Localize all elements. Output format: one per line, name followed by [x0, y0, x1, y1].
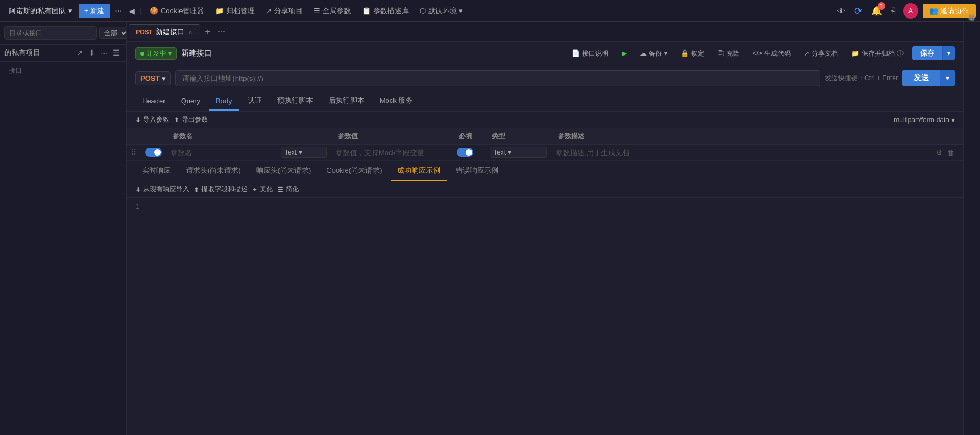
sync-button[interactable]: ⟳	[852, 3, 864, 19]
savearchive-label: 保存并归档	[862, 49, 895, 58]
subtab-post-script-label: 后执行脚本	[329, 96, 364, 104]
new-button[interactable]: + 新建	[79, 4, 110, 18]
my-projects-label: 的私有项目	[4, 48, 73, 58]
type-a-select[interactable]: Text ▾	[281, 147, 327, 158]
sidebar-search-input[interactable]	[4, 26, 97, 40]
team-name-btn[interactable]: 阿诺斯的私有团队 ▾	[4, 4, 76, 18]
savearchive-info-icon: ⓘ	[897, 49, 904, 58]
nav-param-library[interactable]: 📋 参数描述库	[358, 4, 413, 18]
th-required: 必填	[452, 128, 485, 145]
import-from-response-button[interactable]: ⬇ 从现有响应导入	[135, 185, 189, 194]
invite-icon: 👥	[929, 7, 938, 15]
subtab-query-label: Query	[181, 97, 200, 105]
send-caret-button[interactable]: ▾	[940, 70, 955, 86]
nav-share-project[interactable]: ↗ 分享项目	[261, 4, 307, 18]
sidebar-filter-select[interactable]: 全部	[99, 27, 129, 39]
row-actions-cell: ⚙ 🗑	[930, 145, 963, 161]
export-icon: ⬆	[174, 116, 179, 124]
avatar-button[interactable]: A	[903, 3, 918, 19]
export-params-button[interactable]: ⬆ 导出参数	[174, 115, 208, 124]
nav-env-label: 默认环境	[428, 6, 457, 16]
drag-icon[interactable]: ⠿	[131, 148, 136, 157]
row-delete-button[interactable]: 🗑	[946, 147, 955, 158]
gencode-button[interactable]: </> 生成代码	[748, 47, 795, 60]
tab-more-button[interactable]: ···	[215, 26, 228, 38]
response-area: 实时响应 请求头(尚未请求) 响应头(尚未请求) Cookie(尚未请求) 成功…	[127, 161, 963, 253]
subtab-pre-script[interactable]: 预执行脚本	[271, 91, 320, 111]
url-input[interactable]	[175, 70, 820, 86]
backup-button[interactable]: ☁ 备份 ▾	[636, 47, 672, 60]
table-row: ⠿ Text ▾	[127, 145, 963, 161]
th-name: 参数名	[166, 128, 276, 145]
nav-cookie-manager[interactable]: 🍪 Cookie管理器	[145, 4, 209, 18]
clone-button[interactable]: ⿻ 克隆	[713, 47, 744, 60]
sidebar: 全部 ⚙ 的私有项目 ↗ ⬇ ··· ☰ 接口	[0, 22, 127, 435]
params-table: 参数名 参数值 必填 类型 参数描述	[127, 128, 963, 161]
save-caret-button[interactable]: ▾	[942, 46, 955, 60]
nav-global-params[interactable]: ☰ 全局参数	[309, 4, 355, 18]
sharedoc-button[interactable]: ↗ 分享文档	[800, 47, 842, 60]
more-button[interactable]: ···	[112, 4, 124, 18]
status-badge[interactable]: 开发中 ▾	[135, 47, 177, 60]
sidebar-list-button[interactable]: ☰	[111, 47, 122, 59]
subtab-body[interactable]: Body	[209, 92, 239, 111]
response-tab-cookie[interactable]: Cookie(尚未请求)	[320, 161, 388, 181]
save-archive-button[interactable]: 📁 保存并归档 ⓘ	[847, 47, 908, 60]
response-tab-success-example[interactable]: 成功响应示例	[391, 161, 447, 181]
type-b-select[interactable]: Text ▾	[490, 147, 547, 158]
run-button[interactable]: ▶	[617, 48, 631, 59]
row-enabled-toggle[interactable]	[145, 148, 162, 157]
param-desc-input[interactable]	[556, 148, 926, 157]
response-tab-realtime[interactable]: 实时响应	[135, 161, 177, 181]
response-tab-request-headers[interactable]: 请求头(尚未请求)	[179, 161, 248, 181]
send-label: 发送	[913, 73, 929, 82]
sidebar-share-button[interactable]: ↗	[75, 47, 85, 59]
type-b-caret-icon: ▾	[508, 148, 511, 156]
param-value-input[interactable]	[336, 148, 448, 157]
subtab-body-label: Body	[216, 97, 232, 105]
simplify-button[interactable]: ☰ 简化	[277, 185, 299, 194]
row-settings-button[interactable]: ⚙	[935, 147, 944, 158]
subtab-header[interactable]: Header	[135, 92, 172, 111]
param-name-input[interactable]	[171, 148, 272, 157]
subtab-auth[interactable]: 认证	[241, 91, 269, 111]
subtab-mock[interactable]: Mock 服务	[373, 91, 420, 111]
status-dot	[140, 52, 144, 56]
tab-add-button[interactable]: +	[201, 26, 213, 38]
interface-name-label: 新建接口	[181, 48, 212, 58]
interface-doc-button[interactable]: 📄 接口说明	[567, 47, 613, 60]
beautify-icon: ✦	[252, 186, 258, 194]
prev-button[interactable]: ◀	[127, 4, 137, 18]
lock-button[interactable]: 🔒 锁定	[676, 47, 709, 60]
beautify-button[interactable]: ✦ 美化	[252, 185, 273, 194]
form-type-caret-icon: ▾	[951, 116, 955, 124]
tab-new-interface[interactable]: POST 新建接口 ×	[129, 24, 200, 39]
import-icon: ⬇	[135, 116, 141, 124]
form-type-select[interactable]: multipart/form-data ▾	[894, 116, 955, 124]
response-tab-response-headers[interactable]: 响应头(尚未请求)	[250, 161, 318, 181]
subtab-post-script[interactable]: 后执行脚本	[322, 91, 371, 111]
subtab-query[interactable]: Query	[174, 92, 207, 111]
gencode-label: 生成代码	[764, 49, 791, 58]
save-main-button[interactable]: 保存	[912, 46, 942, 60]
sidebar-download-button[interactable]: ⬇	[87, 47, 97, 59]
row-required-cell	[452, 145, 485, 161]
method-select[interactable]: POST ▾	[135, 71, 171, 85]
invite-label: 邀请协作	[940, 6, 969, 16]
nav-archive-manager[interactable]: 📁 归档管理	[211, 4, 259, 18]
response-tab-realtime-label: 实时响应	[142, 166, 171, 174]
import-params-button[interactable]: ⬇ 导入参数	[135, 115, 169, 124]
send-main-button[interactable]: 发送	[902, 70, 940, 86]
row-desc-cell	[551, 145, 930, 161]
nav-default-env[interactable]: ⬡ 默认环境 ▾	[415, 4, 467, 18]
status-arrow-icon: ▾	[168, 49, 172, 57]
response-tab-error-example[interactable]: 错误响应示例	[449, 161, 505, 181]
extract-fields-button[interactable]: ⬆ 提取字段和描述	[194, 185, 248, 194]
invite-collaborate-button[interactable]: 👥 邀请协作	[923, 4, 976, 18]
eye-button[interactable]: 👁	[835, 4, 847, 18]
row-required-toggle[interactable]	[457, 148, 473, 157]
row-value-cell	[331, 145, 452, 161]
tab-close-button[interactable]: ×	[188, 29, 193, 35]
sidebar-more-button[interactable]: ···	[99, 47, 109, 59]
history-button[interactable]: ⎗	[889, 4, 899, 18]
